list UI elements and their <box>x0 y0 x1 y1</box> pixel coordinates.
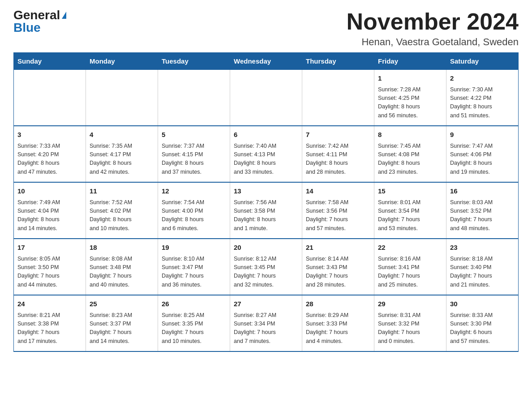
calendar-cell: 8Sunrise: 7:45 AMSunset: 4:08 PMDaylight… <box>374 126 446 182</box>
weekday-header-monday: Monday <box>86 53 158 70</box>
calendar-cell: 29Sunrise: 8:31 AMSunset: 3:32 PMDayligh… <box>374 295 446 351</box>
day-info: Sunrise: 7:54 AMSunset: 4:00 PMDaylight:… <box>162 198 226 233</box>
day-info: Sunrise: 7:52 AMSunset: 4:02 PMDaylight:… <box>90 198 154 233</box>
weekday-header-tuesday: Tuesday <box>158 53 230 70</box>
calendar-cell <box>302 70 374 126</box>
day-info: Sunrise: 8:05 AMSunset: 3:50 PMDaylight:… <box>17 255 82 290</box>
day-info: Sunrise: 8:31 AMSunset: 3:32 PMDaylight:… <box>378 311 442 346</box>
day-info: Sunrise: 7:40 AMSunset: 4:13 PMDaylight:… <box>234 142 298 177</box>
day-info: Sunrise: 7:49 AMSunset: 4:04 PMDaylight:… <box>17 198 82 233</box>
calendar-cell: 13Sunrise: 7:56 AMSunset: 3:58 PMDayligh… <box>230 182 302 239</box>
calendar-body: 1Sunrise: 7:28 AMSunset: 4:25 PMDaylight… <box>14 70 519 352</box>
calendar-cell: 16Sunrise: 8:03 AMSunset: 3:52 PMDayligh… <box>446 182 519 239</box>
calendar-cell: 9Sunrise: 7:47 AMSunset: 4:06 PMDaylight… <box>446 126 519 182</box>
day-number: 27 <box>234 299 298 309</box>
day-info: Sunrise: 7:35 AMSunset: 4:17 PMDaylight:… <box>90 142 154 177</box>
day-number: 18 <box>90 243 154 253</box>
day-info: Sunrise: 7:45 AMSunset: 4:08 PMDaylight:… <box>378 142 442 177</box>
calendar-cell: 19Sunrise: 8:10 AMSunset: 3:47 PMDayligh… <box>158 239 230 295</box>
calendar-cell: 17Sunrise: 8:05 AMSunset: 3:50 PMDayligh… <box>14 239 86 295</box>
week-row-2: 3Sunrise: 7:33 AMSunset: 4:20 PMDaylight… <box>14 126 519 182</box>
calendar-cell: 20Sunrise: 8:12 AMSunset: 3:45 PMDayligh… <box>230 239 302 295</box>
day-info: Sunrise: 8:21 AMSunset: 3:38 PMDaylight:… <box>17 311 82 346</box>
calendar-cell: 10Sunrise: 7:49 AMSunset: 4:04 PMDayligh… <box>14 182 86 239</box>
day-number: 11 <box>90 186 154 197</box>
day-number: 29 <box>378 299 442 309</box>
weekday-header-wednesday: Wednesday <box>230 53 302 70</box>
day-info: Sunrise: 8:16 AMSunset: 3:41 PMDaylight:… <box>378 255 442 290</box>
day-number: 7 <box>306 130 370 140</box>
day-info: Sunrise: 7:56 AMSunset: 3:58 PMDaylight:… <box>234 198 298 233</box>
week-row-1: 1Sunrise: 7:28 AMSunset: 4:25 PMDaylight… <box>14 70 519 126</box>
calendar-cell: 14Sunrise: 7:58 AMSunset: 3:56 PMDayligh… <box>302 182 374 239</box>
logo-general-text: General <box>13 9 60 21</box>
week-row-3: 10Sunrise: 7:49 AMSunset: 4:04 PMDayligh… <box>14 182 519 239</box>
day-info: Sunrise: 8:33 AMSunset: 3:30 PMDaylight:… <box>450 311 515 346</box>
day-info: Sunrise: 7:33 AMSunset: 4:20 PMDaylight:… <box>17 142 82 177</box>
calendar-cell: 26Sunrise: 8:25 AMSunset: 3:35 PMDayligh… <box>158 295 230 351</box>
logo: General Blue <box>13 9 66 34</box>
calendar-cell: 24Sunrise: 8:21 AMSunset: 3:38 PMDayligh… <box>14 295 86 351</box>
title-block: November 2024 Henan, Vaestra Goetaland, … <box>347 9 519 48</box>
day-info: Sunrise: 8:25 AMSunset: 3:35 PMDaylight:… <box>162 311 226 346</box>
day-number: 24 <box>17 299 82 309</box>
day-number: 28 <box>306 299 370 309</box>
day-info: Sunrise: 7:28 AMSunset: 4:25 PMDaylight:… <box>378 86 442 120</box>
day-info: Sunrise: 8:03 AMSunset: 3:52 PMDaylight:… <box>450 198 515 233</box>
day-number: 23 <box>450 243 515 253</box>
day-number: 6 <box>234 130 298 140</box>
day-number: 10 <box>17 186 82 197</box>
day-number: 4 <box>90 130 154 140</box>
day-info: Sunrise: 8:14 AMSunset: 3:43 PMDaylight:… <box>306 255 370 290</box>
calendar-table: SundayMondayTuesdayWednesdayThursdayFrid… <box>13 52 519 352</box>
calendar-cell: 12Sunrise: 7:54 AMSunset: 4:00 PMDayligh… <box>158 182 230 239</box>
calendar-cell <box>230 70 302 126</box>
calendar-cell: 2Sunrise: 7:30 AMSunset: 4:22 PMDaylight… <box>446 70 519 126</box>
logo-triangle-icon <box>62 12 66 19</box>
calendar-cell <box>86 70 158 126</box>
weekday-header-row: SundayMondayTuesdayWednesdayThursdayFrid… <box>14 53 519 70</box>
calendar-header: SundayMondayTuesdayWednesdayThursdayFrid… <box>14 53 519 70</box>
day-number: 26 <box>162 299 226 309</box>
day-number: 12 <box>162 186 226 197</box>
calendar-cell: 7Sunrise: 7:42 AMSunset: 4:11 PMDaylight… <box>302 126 374 182</box>
calendar-cell <box>158 70 230 126</box>
day-number: 20 <box>234 243 298 253</box>
calendar-cell: 5Sunrise: 7:37 AMSunset: 4:15 PMDaylight… <box>158 126 230 182</box>
weekday-header-sunday: Sunday <box>14 53 86 70</box>
location-text: Henan, Vaestra Goetaland, Sweden <box>347 36 519 48</box>
day-number: 19 <box>162 243 226 253</box>
calendar-cell: 22Sunrise: 8:16 AMSunset: 3:41 PMDayligh… <box>374 239 446 295</box>
day-number: 17 <box>17 243 82 253</box>
day-info: Sunrise: 7:58 AMSunset: 3:56 PMDaylight:… <box>306 198 370 233</box>
calendar-cell: 3Sunrise: 7:33 AMSunset: 4:20 PMDaylight… <box>14 126 86 182</box>
day-info: Sunrise: 7:30 AMSunset: 4:22 PMDaylight:… <box>450 86 515 120</box>
calendar-cell: 23Sunrise: 8:18 AMSunset: 3:40 PMDayligh… <box>446 239 519 295</box>
day-info: Sunrise: 8:12 AMSunset: 3:45 PMDaylight:… <box>234 255 298 290</box>
day-info: Sunrise: 7:47 AMSunset: 4:06 PMDaylight:… <box>450 142 515 177</box>
calendar-cell: 27Sunrise: 8:27 AMSunset: 3:34 PMDayligh… <box>230 295 302 351</box>
calendar-cell: 28Sunrise: 8:29 AMSunset: 3:33 PMDayligh… <box>302 295 374 351</box>
calendar-cell <box>14 70 86 126</box>
calendar-cell: 21Sunrise: 8:14 AMSunset: 3:43 PMDayligh… <box>302 239 374 295</box>
day-number: 8 <box>378 130 442 140</box>
day-number: 22 <box>378 243 442 253</box>
calendar-cell: 15Sunrise: 8:01 AMSunset: 3:54 PMDayligh… <box>374 182 446 239</box>
day-number: 1 <box>378 73 442 84</box>
day-number: 21 <box>306 243 370 253</box>
week-row-4: 17Sunrise: 8:05 AMSunset: 3:50 PMDayligh… <box>14 239 519 295</box>
month-title: November 2024 <box>347 9 519 34</box>
day-number: 15 <box>378 186 442 197</box>
page-header: General Blue November 2024 Henan, Vaestr… <box>13 9 519 48</box>
day-info: Sunrise: 8:08 AMSunset: 3:48 PMDaylight:… <box>90 255 154 290</box>
calendar-cell: 30Sunrise: 8:33 AMSunset: 3:30 PMDayligh… <box>446 295 519 351</box>
day-number: 5 <box>162 130 226 140</box>
day-number: 30 <box>450 299 515 309</box>
day-info: Sunrise: 7:42 AMSunset: 4:11 PMDaylight:… <box>306 142 370 177</box>
day-number: 14 <box>306 186 370 197</box>
calendar-cell: 6Sunrise: 7:40 AMSunset: 4:13 PMDaylight… <box>230 126 302 182</box>
day-info: Sunrise: 7:37 AMSunset: 4:15 PMDaylight:… <box>162 142 226 177</box>
day-number: 25 <box>90 299 154 309</box>
weekday-header-saturday: Saturday <box>446 53 519 70</box>
calendar-cell: 1Sunrise: 7:28 AMSunset: 4:25 PMDaylight… <box>374 70 446 126</box>
